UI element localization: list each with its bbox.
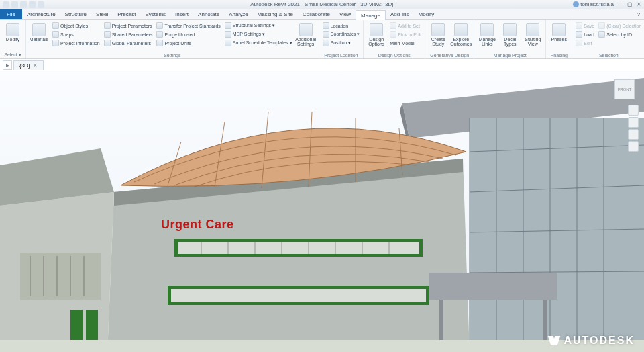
close-tab-icon[interactable]: ✕: [33, 62, 38, 69]
create-study-button[interactable]: Create Study: [427, 21, 449, 46]
pick-to-edit-button: Pick to Edit: [388, 30, 423, 38]
view-cube-face[interactable]: FRONT: [614, 79, 635, 99]
tab-steel[interactable]: Steel: [91, 9, 113, 19]
panel-project-location: Location Coordinates ▾ Position ▾ Projec…: [319, 20, 364, 58]
svg-rect-2: [470, 118, 644, 352]
pan-icon[interactable]: [628, 117, 639, 128]
cursor-icon: [6, 23, 19, 36]
tab-systems[interactable]: Systems: [140, 9, 170, 19]
svg-rect-22: [178, 242, 419, 254]
doc-tab-3d[interactable]: {3D} ✕: [13, 60, 44, 70]
load-selection-button[interactable]: Load: [574, 30, 596, 38]
transfer-project-standards-button[interactable]: Transfer Project Standards: [155, 21, 221, 30]
tab-collaborate[interactable]: Collaborate: [298, 9, 335, 19]
zoom-icon[interactable]: [628, 129, 639, 140]
tab-manage[interactable]: Manage: [356, 10, 386, 20]
qat-save-icon[interactable]: [3, 1, 9, 8]
pin-icon: [323, 22, 329, 29]
additional-settings-button[interactable]: Additional Settings: [295, 21, 317, 46]
save-selection-button: Save: [574, 21, 596, 30]
structural-settings-button[interactable]: Structural Settings ▾: [223, 21, 294, 30]
tab-analyze[interactable]: Analyze: [224, 9, 252, 19]
panel-generative-design: Create Study Explore Outcomes Generative…: [425, 20, 474, 58]
edit-selection-button: Edit: [574, 39, 596, 47]
panel-selection: Save Load Edit (Clear) Selection Select …: [572, 20, 644, 58]
svg-marker-43: [429, 273, 557, 300]
user-name: tomasz.fudala: [580, 1, 614, 7]
tab-insert[interactable]: Insert: [170, 9, 193, 19]
gear-icon: [299, 23, 313, 36]
modify-button[interactable]: Modify: [2, 21, 23, 42]
tab-massing-site[interactable]: Massing & Site: [253, 9, 298, 19]
window-maximize-icon[interactable]: ▢: [627, 1, 633, 7]
snaps-button[interactable]: Snaps: [51, 30, 101, 38]
shared-parameters-button[interactable]: Shared Parameters: [103, 30, 154, 38]
tab-view[interactable]: View: [335, 9, 356, 19]
coordinates-button[interactable]: Coordinates ▾: [321, 30, 362, 38]
autodesk-logo-icon: [548, 335, 560, 347]
project-information-button[interactable]: Project Information: [51, 39, 101, 47]
panel-design-options: Design Options Add to Set Pick to Edit M…: [364, 20, 425, 58]
avatar-icon: [573, 1, 579, 7]
materials-button[interactable]: Materials: [28, 21, 50, 42]
panel-settings: Materials Object Styles Snaps Project In…: [26, 20, 319, 58]
svg-rect-24: [171, 289, 426, 302]
ribbon-tabs: File Architecture Structure Steel Precas…: [0, 9, 644, 20]
explore-outcomes-button[interactable]: Explore Outcomes: [450, 21, 472, 46]
window-close-icon[interactable]: ✕: [637, 1, 641, 7]
select-by-id-button[interactable]: Select by ID: [597, 30, 643, 38]
purge-unused-button[interactable]: Purge Unused: [155, 30, 221, 38]
panel-select: Modify Select ▾: [0, 20, 26, 58]
global-parameters-button[interactable]: Global Parameters: [103, 39, 154, 47]
building-signage: Urgent Care: [161, 218, 234, 232]
navigation-bar: [628, 105, 640, 153]
project-units-button[interactable]: Project Units: [155, 39, 221, 47]
svg-rect-42: [86, 310, 98, 340]
add-to-set-button: Add to Set: [388, 21, 423, 30]
title-bar: Autodesk Revit 2021 - Small Medical Cent…: [0, 0, 644, 9]
starting-view-button[interactable]: Starting View: [522, 21, 543, 46]
panel-manage-project: Manage Links Decal Types Starting View M…: [474, 20, 546, 58]
view-cube[interactable]: FRONT: [613, 78, 636, 101]
window-minimize-icon[interactable]: —: [618, 1, 623, 7]
svg-rect-41: [70, 310, 83, 340]
tab-structure[interactable]: Structure: [60, 9, 91, 19]
mep-settings-button[interactable]: MEP Settings ▾: [223, 30, 294, 38]
document-tab-bar: ▸ {3D} ✕: [0, 59, 644, 71]
design-options-button[interactable]: Design Options: [366, 21, 387, 46]
quick-access-toolbar: [3, 1, 44, 8]
orbit-icon[interactable]: [628, 141, 639, 152]
file-tab[interactable]: File: [0, 9, 22, 19]
qat-undo-icon[interactable]: [11, 1, 18, 8]
object-styles-button[interactable]: Object Styles: [51, 21, 101, 30]
main-model-select[interactable]: Main Model: [388, 39, 423, 47]
tab-annotate[interactable]: Annotate: [193, 9, 224, 19]
project-parameters-button[interactable]: Project Parameters: [103, 21, 154, 30]
project-browser-expand[interactable]: ▸: [3, 60, 12, 70]
tab-architecture[interactable]: Architecture: [22, 9, 60, 19]
building-model: [0, 71, 644, 352]
steering-wheel-icon[interactable]: [628, 105, 639, 116]
help-icon[interactable]: ?: [633, 9, 644, 19]
svg-rect-35: [20, 253, 101, 300]
phases-button[interactable]: Phases: [548, 21, 570, 42]
materials-icon: [32, 23, 46, 36]
window-title: Autodesk Revit 2021 - Small Medical Cent…: [250, 1, 394, 7]
tab-precast[interactable]: Precast: [113, 9, 140, 19]
qat-redo-icon[interactable]: [20, 1, 27, 8]
tab-addins[interactable]: Add-Ins: [386, 9, 414, 19]
3d-viewport[interactable]: Urgent Care FRONT AUTODESK: [0, 71, 644, 352]
clear-selection-button: (Clear) Selection: [597, 21, 643, 30]
tab-modify[interactable]: Modify: [414, 9, 439, 19]
manage-links-button[interactable]: Manage Links: [476, 21, 498, 46]
panel-phasing: Phases Phasing: [546, 20, 572, 58]
decal-types-button[interactable]: Decal Types: [499, 21, 521, 46]
qat-open-icon[interactable]: [38, 1, 44, 8]
ribbon: Modify Select ▾ Materials Object Styles …: [0, 20, 644, 59]
autodesk-watermark: AUTODESK: [548, 335, 635, 347]
position-button[interactable]: Position ▾: [321, 39, 362, 47]
qat-print-icon[interactable]: [29, 1, 36, 8]
user-chip[interactable]: tomasz.fudala: [573, 1, 614, 7]
location-button[interactable]: Location: [321, 21, 362, 30]
panel-schedule-templates-button[interactable]: Panel Schedule Templates ▾: [223, 39, 294, 47]
